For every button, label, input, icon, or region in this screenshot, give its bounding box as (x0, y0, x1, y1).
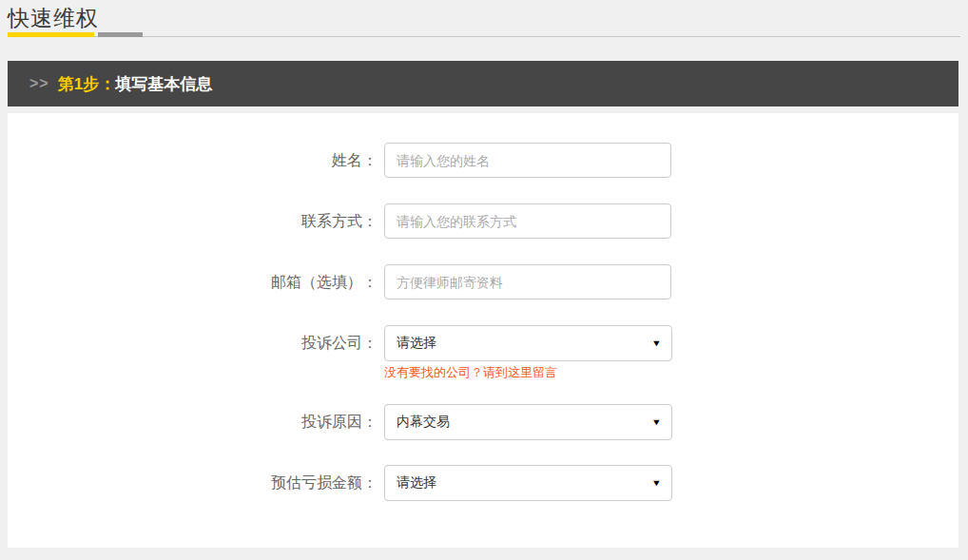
reason-select[interactable]: 内幕交易 ▼ (384, 404, 672, 440)
reason-select-value: 内幕交易 (397, 414, 450, 431)
form-panel: 姓名： 联系方式： 邮箱（选填）： 投诉公司： 请选择 ▼ 没有要找的公司？请到… (8, 113, 958, 548)
loss-select[interactable]: 请选择 ▼ (384, 465, 672, 501)
accent-bar-gray (98, 32, 143, 37)
loss-select-value: 请选择 (397, 474, 436, 492)
page: 快速维权 >> 第1步： 填写基本信息 姓名： 联系方式： 邮箱（选填）： 投诉… (0, 0, 966, 548)
form-row-email: 邮箱（选填）： (8, 264, 958, 299)
double-chevron-icon: >> (29, 75, 49, 92)
email-input[interactable] (384, 264, 671, 299)
page-title: 快速维权 (8, 0, 958, 31)
reason-label: 投诉原因： (8, 404, 384, 439)
form-row-company: 投诉公司： 请选择 ▼ 没有要找的公司？请到这里留言 (8, 325, 958, 379)
form-row-loss: 预估亏损金额： 请选择 ▼ (8, 465, 958, 501)
chevron-down-icon: ▼ (651, 338, 662, 348)
email-label: 邮箱（选填）： (8, 264, 384, 299)
company-missing-link[interactable]: 没有要找的公司？请到这里留言 (384, 365, 672, 379)
name-input[interactable] (384, 143, 671, 178)
form-row-name: 姓名： (8, 143, 958, 178)
company-field-stack: 请选择 ▼ 没有要找的公司？请到这里留言 (384, 325, 672, 379)
step-number-label: 第1步： (58, 73, 115, 95)
step-header-bar: >> 第1步： 填写基本信息 (8, 61, 958, 106)
company-select[interactable]: 请选择 ▼ (384, 325, 672, 361)
loss-label: 预估亏损金额： (8, 465, 384, 500)
name-label: 姓名： (8, 143, 384, 178)
form-row-contact: 联系方式： (8, 203, 958, 239)
company-select-value: 请选择 (397, 335, 436, 352)
contact-input[interactable] (384, 203, 671, 239)
accent-bar-yellow (8, 32, 94, 37)
contact-label: 联系方式： (8, 203, 384, 239)
title-underline (8, 32, 960, 38)
company-label: 投诉公司： (8, 325, 384, 360)
chevron-down-icon: ▼ (651, 478, 662, 488)
divider-line (8, 36, 960, 37)
step-title-label: 填写基本信息 (115, 73, 212, 95)
form-row-reason: 投诉原因： 内幕交易 ▼ (8, 404, 958, 440)
chevron-down-icon: ▼ (651, 417, 662, 427)
